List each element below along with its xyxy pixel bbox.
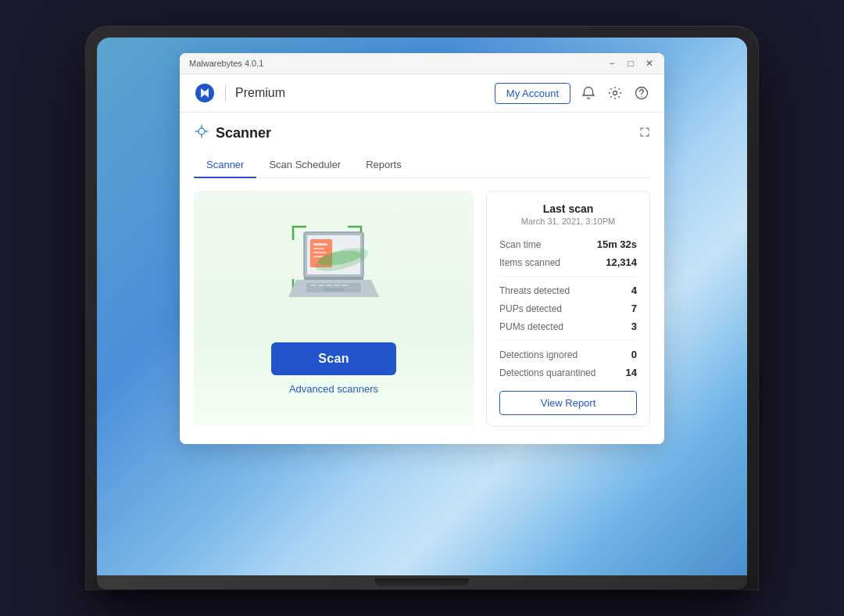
stat-threats-detected: Threats detected 4 (499, 281, 637, 299)
laptop-bottom (97, 575, 747, 589)
bell-icon[interactable] (580, 84, 597, 102)
window-controls: − □ ✕ (606, 58, 655, 69)
scanner-panel: Scanner Scanner Scan Scheduler (180, 113, 664, 444)
stat-pups-detected: PUPs detected 7 (499, 299, 637, 317)
gear-icon[interactable] (606, 84, 624, 102)
stat-scan-time: Scan time 15m 32s (499, 235, 637, 253)
last-scan-title: Last scan (499, 202, 637, 215)
svg-point-2 (641, 96, 642, 98)
svg-rect-16 (318, 285, 324, 286)
tab-reports[interactable]: Reports (353, 152, 414, 178)
maximize-button[interactable]: □ (625, 58, 636, 69)
svg-rect-20 (323, 288, 345, 291)
app-window: Malwarebytes 4.0.1 − □ ✕ (180, 53, 664, 444)
app-header: Premium My Account (180, 74, 664, 113)
stat-divider-1 (499, 276, 637, 277)
title-bar: Malwarebytes 4.0.1 − □ ✕ (180, 53, 664, 74)
stat-divider-2 (499, 340, 637, 341)
help-icon[interactable] (633, 84, 650, 102)
svg-rect-17 (326, 285, 332, 286)
svg-rect-8 (313, 248, 324, 249)
expand-icon[interactable] (639, 127, 650, 140)
stat-pums-detected: PUMs detected 3 (499, 317, 637, 335)
malwarebytes-logo (194, 82, 216, 104)
tab-scan-scheduler[interactable]: Scan Scheduler (256, 152, 353, 178)
scanner-crosshair-icon (194, 124, 209, 143)
svg-rect-18 (334, 285, 340, 286)
view-report-button[interactable]: View Report (499, 391, 637, 415)
svg-rect-15 (310, 285, 316, 286)
stat-detections-ignored: Detections ignored 0 (499, 346, 637, 364)
logo-area: Premium (194, 82, 285, 104)
scan-area: Scan Advanced scanners (194, 191, 474, 427)
panel-title-area: Scanner (194, 124, 271, 143)
scan-button[interactable]: Scan (271, 342, 396, 375)
stat-items-scanned: Items scanned 12,314 (499, 253, 637, 271)
close-button[interactable]: ✕ (644, 58, 655, 69)
content-row: Scan Advanced scanners Last scan March 3… (194, 178, 650, 430)
header-right: My Account (495, 83, 650, 104)
stat-detections-quarantined: Detections quarantined 14 (499, 364, 637, 381)
last-scan-panel: Last scan March 31, 2021, 3:10PM Scan ti… (486, 191, 650, 427)
svg-point-0 (613, 91, 617, 95)
premium-label: Premium (235, 86, 285, 100)
laptop-shell: Malwarebytes 4.0.1 − □ ✕ (86, 27, 758, 589)
window-title: Malwarebytes 4.0.1 (189, 59, 263, 68)
svg-rect-14 (306, 283, 361, 292)
logo-divider (225, 84, 226, 102)
screen-background: Malwarebytes 4.0.1 − □ ✕ (97, 38, 747, 575)
panel-header: Scanner (194, 124, 650, 143)
svg-point-3 (198, 128, 205, 134)
advanced-scanners-link[interactable]: Advanced scanners (289, 383, 378, 395)
svg-rect-7 (313, 243, 327, 245)
tab-scanner[interactable]: Scanner (194, 152, 256, 178)
laptop-hinge (375, 578, 469, 586)
screen-bezel: Malwarebytes 4.0.1 − □ ✕ (97, 38, 747, 575)
my-account-button[interactable]: My Account (495, 83, 570, 104)
minimize-button[interactable]: − (606, 58, 617, 69)
panel-title: Scanner (216, 125, 271, 141)
svg-rect-10 (313, 256, 323, 257)
svg-rect-19 (342, 285, 348, 286)
svg-rect-13 (304, 277, 363, 280)
svg-rect-9 (313, 252, 326, 253)
scan-illustration (263, 205, 404, 330)
last-scan-date: March 31, 2021, 3:10PM (499, 217, 637, 226)
tab-bar: Scanner Scan Scheduler Reports (194, 152, 650, 178)
